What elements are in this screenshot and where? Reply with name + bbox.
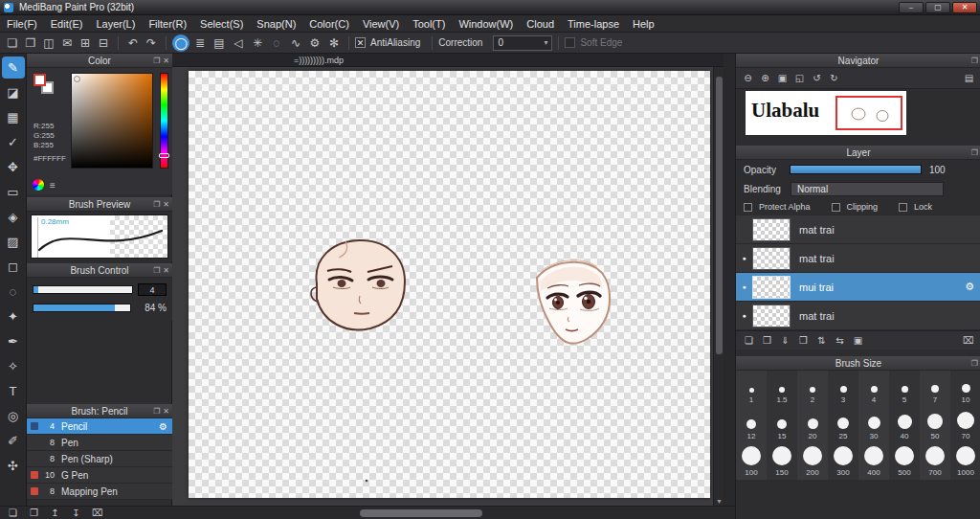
protect-alpha-checkbox[interactable] (744, 203, 752, 212)
layer-row-3[interactable]: ●mat trai (736, 302, 980, 330)
brush-size-3[interactable]: 3 (828, 371, 858, 407)
close-icon[interactable]: ✕ (163, 407, 169, 416)
brush-size-50[interactable]: 50 (920, 407, 950, 443)
brush-size-300[interactable]: 300 (828, 443, 858, 480)
hue-slider[interactable] (160, 73, 168, 169)
eraser-tool[interactable]: ◪ (2, 81, 25, 103)
vertical-scrollbar-thumb[interactable] (716, 77, 723, 354)
navigator-preview[interactable]: Ulabalu (746, 91, 906, 135)
clipping-checkbox[interactable] (832, 203, 840, 212)
brush-size-1-5[interactable]: 1.5 (767, 371, 797, 407)
zoom-in-icon[interactable]: ⊕ (758, 72, 772, 85)
brush-size-200[interactable]: 200 (797, 443, 828, 480)
minimize-button[interactable]: – (899, 2, 924, 13)
layer-folder-icon[interactable]: ❒ (796, 334, 811, 348)
menu-tool-t[interactable]: Tool(T) (406, 18, 452, 30)
rotate-right-icon[interactable]: ↻ (827, 72, 841, 85)
comment-icon[interactable]: ✉ (58, 34, 76, 52)
vertical-scrollbar[interactable]: ▼ (713, 67, 724, 506)
brush-item-pen[interactable]: 8Pen (27, 435, 172, 451)
correction-dropdown[interactable]: 0 ▾ (493, 35, 552, 51)
menu-layer-l[interactable]: Layer(L) (89, 18, 142, 30)
brush-size-700[interactable]: 700 (920, 443, 950, 480)
brush-up-icon[interactable]: ↥ (48, 507, 62, 519)
brush-item-pencil[interactable]: 4Pencil⚙ (27, 418, 172, 435)
foreground-color-swatch[interactable] (33, 74, 46, 86)
bucket-tool[interactable]: ◈ (2, 206, 25, 228)
hue-cursor[interactable] (159, 153, 169, 158)
snap-ellipse-icon[interactable]: ◌ (268, 34, 285, 52)
new-layer-icon[interactable]: ❏ (742, 334, 756, 348)
copy-layer-icon[interactable]: ▣ (851, 334, 865, 348)
snap-config-icon[interactable]: ✻ (325, 34, 343, 52)
snap-radial-icon[interactable]: ✳ (249, 34, 266, 52)
layer-row-0[interactable]: mat trai (736, 215, 980, 244)
brush-size-10[interactable]: 10 (950, 371, 980, 407)
horizontal-scrollbar-thumb[interactable] (360, 509, 482, 517)
brush-size-4[interactable]: 4 (858, 371, 889, 407)
add-brush-icon[interactable]: ❏ (6, 507, 20, 519)
popout-icon[interactable]: ❐ (153, 266, 160, 275)
blending-dropdown[interactable]: Normal (791, 182, 944, 196)
menu-snap-n[interactable]: Snap(N) (250, 18, 302, 30)
rotate-left-icon[interactable]: ↺ (810, 72, 824, 85)
move-tool[interactable]: ✥ (2, 156, 25, 178)
layer-row-1[interactable]: ●mat trai (736, 244, 980, 273)
operation-tool[interactable]: ✦ (2, 305, 25, 327)
snap-off-icon[interactable]: ◯ (172, 34, 189, 52)
open-file-icon[interactable]: ❐ (22, 34, 39, 52)
soft-edge-checkbox[interactable] (565, 37, 575, 48)
brush-size-slider[interactable] (33, 285, 133, 294)
popout-icon[interactable]: ❐ (153, 200, 160, 209)
close-icon[interactable]: ✕ (163, 200, 169, 209)
save-icon[interactable]: ◫ (40, 34, 57, 52)
transform-tool[interactable]: ▭ (2, 181, 25, 203)
layer-visibility-toggle[interactable]: ● (736, 255, 752, 261)
gradient-tool[interactable]: ▨ (2, 231, 25, 253)
menu-file-f[interactable]: File(F) (0, 18, 44, 30)
delete-brush-icon[interactable]: ⌧ (90, 507, 104, 519)
delete-layer-icon[interactable]: ⌧ (961, 334, 975, 348)
brush-down-icon[interactable]: ↧ (69, 507, 83, 519)
menu-cloud[interactable]: Cloud (520, 18, 561, 30)
drawing-canvas[interactable] (189, 71, 710, 498)
snap-vanishing-point-icon[interactable]: ◁ (230, 34, 247, 52)
horizontal-scrollbar[interactable] (172, 507, 735, 519)
select-tool[interactable]: ◻ (2, 256, 25, 278)
close-icon[interactable]: ✕ (163, 56, 169, 65)
menu-color-c[interactable]: Color(C) (302, 18, 356, 30)
zoom-tool[interactable]: ◎ (2, 405, 25, 427)
brush-item-mapping-pen[interactable]: 8Mapping Pen (27, 484, 172, 500)
dot-pen-tool[interactable]: ✓ (2, 131, 25, 153)
lock-checkbox[interactable] (899, 203, 907, 212)
menu-view-v[interactable]: View(V) (356, 18, 406, 30)
brush-size-5[interactable]: 5 (889, 371, 920, 407)
brush-size-70[interactable]: 70 (950, 407, 980, 443)
brush-size-1[interactable]: 1 (736, 371, 767, 407)
pen-tool[interactable]: ✒ (2, 330, 25, 352)
blur-tool[interactable]: ▦ (2, 106, 25, 128)
menu-window-w[interactable]: Window(W) (452, 18, 520, 30)
brush-size-15[interactable]: 15 (767, 407, 797, 443)
menu-select-s[interactable]: Select(S) (193, 18, 250, 30)
popout-icon[interactable]: ❐ (153, 56, 160, 65)
eyedropper-tool[interactable]: ✧ (2, 355, 25, 377)
panel-layout-icon[interactable]: ⊟ (95, 34, 112, 52)
brush-size-2[interactable]: 2 (797, 371, 828, 407)
antialiasing-checkbox[interactable]: ✕ (355, 37, 366, 48)
color-sliders-icon[interactable]: ≡ (50, 180, 56, 191)
menu-time-lapse[interactable]: Time-lapse (561, 18, 626, 30)
merge-down-icon[interactable]: ⇓ (778, 334, 792, 348)
layer-visibility-toggle[interactable]: ● (736, 283, 752, 290)
actual-size-icon[interactable]: ◱ (792, 72, 807, 85)
grid-view-icon[interactable]: ⊞ (77, 34, 94, 52)
close-button[interactable]: ✕ (952, 2, 977, 13)
text-tool[interactable]: T (2, 380, 25, 402)
brush-size-400[interactable]: 400 (858, 443, 889, 480)
brush-opacity-slider[interactable] (33, 304, 131, 312)
layer-settings-icon[interactable]: ⚙ (965, 281, 974, 293)
new-file-icon[interactable]: ❏ (4, 34, 21, 52)
redo-icon[interactable]: ↷ (143, 34, 160, 52)
popout-icon[interactable]: ❐ (153, 407, 160, 416)
snap-crisscross-icon[interactable]: ▤ (211, 34, 228, 52)
